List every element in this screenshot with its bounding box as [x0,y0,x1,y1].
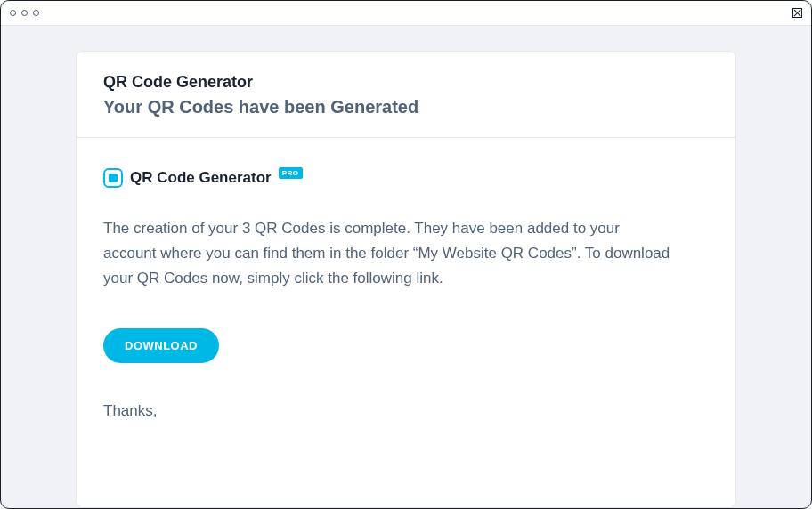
svg-rect-3 [109,174,118,182]
logo-text: QR Code Generator [130,169,272,187]
close-icon[interactable] [792,8,802,18]
email-body: QR Code Generator PRO The creation of yo… [77,138,735,438]
window-control-dot[interactable] [10,10,16,16]
email-header: QR Code Generator Your QR Codes have bee… [77,52,735,138]
window-controls [10,10,39,16]
app-window: QR Code Generator Your QR Codes have bee… [0,0,812,509]
window-titlebar [1,1,811,26]
window-control-dot[interactable] [21,10,28,16]
window-control-dot[interactable] [33,10,39,16]
email-signoff: Thanks, [103,402,709,420]
email-subject: Your QR Codes have been Generated [103,97,709,117]
qr-logo-icon [103,168,123,188]
email-sender: QR Code Generator [103,73,709,92]
logo-row: QR Code Generator PRO [103,168,709,188]
email-card: QR Code Generator Your QR Codes have bee… [76,51,736,508]
email-body-text: The creation of your 3 QR Codes is compl… [103,216,673,291]
content-area: QR Code Generator Your QR Codes have bee… [1,26,811,508]
download-button[interactable]: DOWNLOAD [103,328,219,363]
pro-badge: PRO [279,167,303,179]
